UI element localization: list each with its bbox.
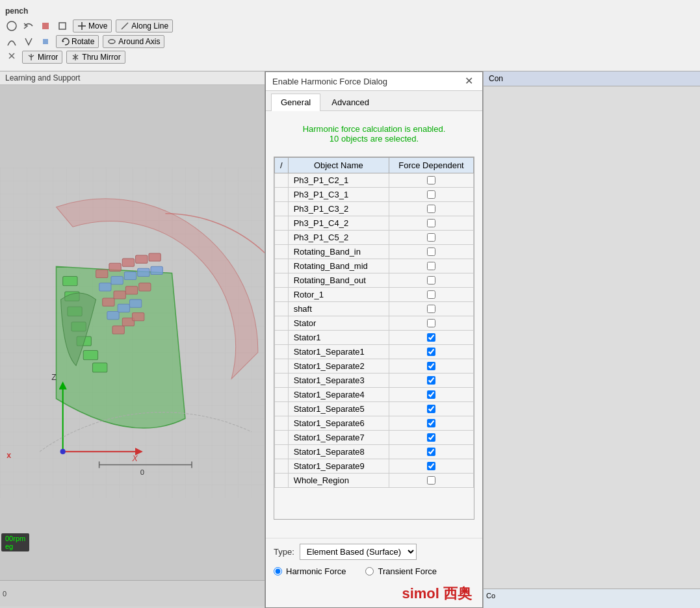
svg-rect-28 <box>139 283 151 291</box>
along-line-button[interactable]: Along Line <box>116 19 173 32</box>
harmonic-force-label: Harmonic Force <box>286 566 346 576</box>
row-object-name-cell: shaft <box>288 302 389 316</box>
brand-label: simol 西奥 <box>402 585 472 602</box>
row-index-cell <box>275 374 289 388</box>
along-line-icon <box>120 21 129 31</box>
force-dependent-checkbox[interactable] <box>427 376 435 385</box>
force-dependent-checkbox[interactable] <box>427 362 435 370</box>
force-dependent-checkbox[interactable] <box>427 205 435 213</box>
row-index-cell <box>275 402 289 416</box>
row-object-name-cell: Ph3_P1_C3_1 <box>288 188 389 202</box>
force-dependent-checkbox[interactable] <box>427 176 435 184</box>
tab-general[interactable]: General <box>271 94 320 111</box>
tool-icon-2 <box>22 19 35 32</box>
svg-rect-27 <box>125 286 137 294</box>
row-object-name-cell: Stator <box>288 316 389 331</box>
around-axis-icon <box>107 37 116 46</box>
force-dependent-checkbox[interactable] <box>427 462 435 470</box>
table-row: Ph3_P1_C2_1 <box>275 173 474 188</box>
row-force-dependent-cell <box>389 459 474 474</box>
brand-area: simol 西奥 <box>266 584 482 607</box>
force-dependent-checkbox[interactable] <box>427 290 435 299</box>
canvas-svg: X Z x 0 <box>0 85 265 580</box>
mirror-icon <box>27 53 36 62</box>
table-row: Stator1 <box>275 331 474 345</box>
move-button[interactable]: Move <box>73 19 112 32</box>
row-index-cell <box>275 216 289 231</box>
force-dependent-checkbox[interactable] <box>427 419 435 427</box>
force-dependent-checkbox[interactable] <box>427 333 435 342</box>
svg-line-3 <box>122 23 128 29</box>
tool-icon-5 <box>5 35 18 48</box>
force-dependent-checkbox[interactable] <box>427 405 435 413</box>
toolbar-row-3: Mirror Thru Mirror <box>5 51 263 64</box>
svg-rect-25 <box>103 298 114 306</box>
svg-rect-16 <box>109 263 121 271</box>
svg-point-0 <box>7 21 16 31</box>
table-row: Stator1_Separate8 <box>275 445 474 459</box>
canvas-status: 00rpm eg <box>1 533 29 551</box>
around-axis-button[interactable]: Around Axis <box>103 35 164 48</box>
force-dependent-checkbox[interactable] <box>427 219 435 227</box>
dialog-content: Harmonic force calculation is enabled. 1… <box>266 111 482 538</box>
right-panel: Con Co <box>483 71 700 608</box>
force-dependent-checkbox[interactable] <box>427 247 435 256</box>
tool-icon-8 <box>5 51 18 64</box>
row-force-dependent-cell <box>389 331 474 345</box>
row-index-cell <box>275 231 289 245</box>
transient-force-radio[interactable] <box>365 567 374 576</box>
row-index-cell <box>275 388 289 402</box>
row-force-dependent-cell <box>389 431 474 445</box>
thru-mirror-button[interactable]: Thru Mirror <box>66 51 125 64</box>
force-dependent-checkbox[interactable] <box>427 262 435 270</box>
row-force-dependent-cell <box>389 231 474 245</box>
harmonic-force-radio[interactable] <box>274 567 282 576</box>
harmonic-force-option[interactable]: Harmonic Force <box>274 566 346 576</box>
mirror-button[interactable]: Mirror <box>22 51 62 64</box>
row-force-dependent-cell <box>389 416 474 431</box>
table-row: Stator1_Separate1 <box>275 345 474 359</box>
close-button[interactable]: ✕ <box>462 76 476 86</box>
row-object-name-cell: Stator1_Separate9 <box>288 459 389 474</box>
row-object-name-cell: Stator1_Separate7 <box>288 431 389 445</box>
row-force-dependent-cell <box>389 345 474 359</box>
enable-harmonic-force-dialog: Enable Harmonic Force Dialog ✕ General A… <box>265 71 483 608</box>
force-dependent-checkbox[interactable] <box>427 233 435 242</box>
transient-force-option[interactable]: Transient Force <box>365 566 437 576</box>
force-dependent-checkbox[interactable] <box>427 448 435 456</box>
row-index-cell <box>275 459 289 474</box>
table-row: Stator1_Separate4 <box>275 388 474 402</box>
svg-rect-19 <box>149 253 161 261</box>
svg-rect-32 <box>112 326 124 334</box>
col-force-dependent-label: Force Dependent <box>398 160 463 170</box>
table-row: Ph3_P1_C4_2 <box>275 216 474 231</box>
svg-rect-24 <box>151 266 162 274</box>
svg-rect-29 <box>107 311 119 319</box>
force-dependent-checkbox[interactable] <box>427 390 435 399</box>
objects-table: / Object Name Force Dependent Ph3_P1_C2_… <box>274 157 474 488</box>
svg-rect-26 <box>114 291 125 299</box>
force-dependent-checkbox[interactable] <box>427 433 435 442</box>
force-dependent-checkbox[interactable] <box>427 348 435 356</box>
force-dependent-checkbox[interactable] <box>427 319 435 327</box>
main-area: Learning and Support <box>0 71 700 608</box>
ruler-value: 0 <box>3 590 6 598</box>
svg-rect-34 <box>133 312 144 320</box>
right-panel-content <box>484 86 700 589</box>
tool-icon-1 <box>5 19 18 32</box>
force-dependent-checkbox[interactable] <box>427 476 435 485</box>
objects-table-container: / Object Name Force Dependent Ph3_P1_C2_… <box>274 157 474 520</box>
force-dependent-checkbox[interactable] <box>427 190 435 199</box>
row-object-name-cell: Stator1 <box>288 331 389 345</box>
row-index-cell <box>275 345 289 359</box>
type-select[interactable]: Element Based (Surface) Node Based Edge … <box>300 544 417 560</box>
force-dependent-checkbox[interactable] <box>427 276 435 285</box>
row-index-cell <box>275 302 289 316</box>
transient-force-label: Transient Force <box>378 566 437 576</box>
tab-advanced[interactable]: Advanced <box>322 94 379 110</box>
dialog-title: Enable Harmonic Force Dialog <box>272 77 387 86</box>
force-dependent-checkbox[interactable] <box>427 305 435 313</box>
svg-rect-17 <box>122 259 134 266</box>
rotate-button[interactable]: Rotate <box>56 35 99 48</box>
status-line1: Harmonic force calculation is enabled. <box>279 124 469 134</box>
